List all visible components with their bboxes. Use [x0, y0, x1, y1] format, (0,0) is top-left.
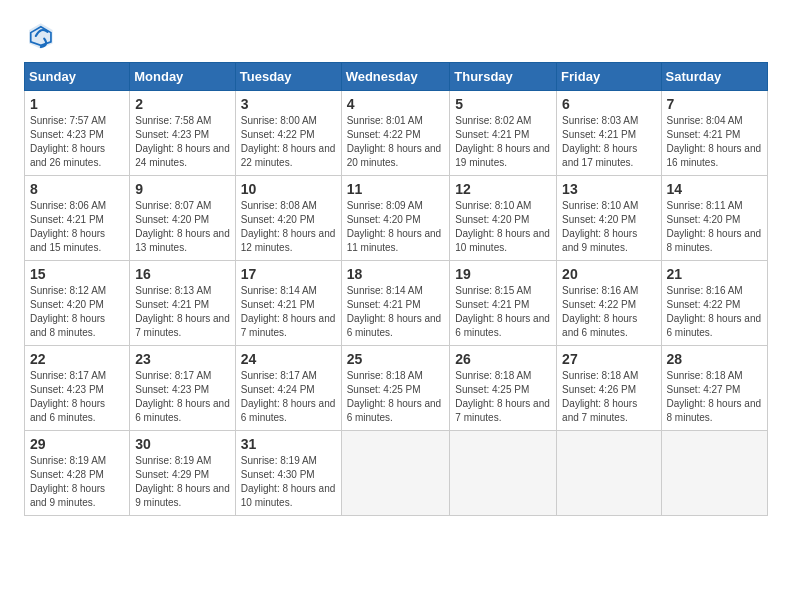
- calendar-cell: 10 Sunrise: 8:08 AMSunset: 4:20 PMDaylig…: [235, 176, 341, 261]
- calendar-week-5: 29 Sunrise: 8:19 AMSunset: 4:28 PMDaylig…: [25, 431, 768, 516]
- cell-info: Sunrise: 8:08 AMSunset: 4:20 PMDaylight:…: [241, 200, 336, 253]
- cell-day-number: 24: [241, 351, 336, 367]
- cell-info: Sunrise: 8:17 AMSunset: 4:23 PMDaylight:…: [30, 370, 106, 423]
- calendar-week-4: 22 Sunrise: 8:17 AMSunset: 4:23 PMDaylig…: [25, 346, 768, 431]
- calendar-cell: 3 Sunrise: 8:00 AMSunset: 4:22 PMDayligh…: [235, 91, 341, 176]
- calendar-week-1: 1 Sunrise: 7:57 AMSunset: 4:23 PMDayligh…: [25, 91, 768, 176]
- calendar-cell: [341, 431, 450, 516]
- cell-info: Sunrise: 8:09 AMSunset: 4:20 PMDaylight:…: [347, 200, 442, 253]
- cell-day-number: 1: [30, 96, 124, 112]
- cell-day-number: 22: [30, 351, 124, 367]
- cell-day-number: 16: [135, 266, 230, 282]
- calendar-cell: 7 Sunrise: 8:04 AMSunset: 4:21 PMDayligh…: [661, 91, 767, 176]
- cell-day-number: 21: [667, 266, 762, 282]
- cell-info: Sunrise: 8:02 AMSunset: 4:21 PMDaylight:…: [455, 115, 550, 168]
- cell-info: Sunrise: 8:19 AMSunset: 4:28 PMDaylight:…: [30, 455, 106, 508]
- calendar-cell: 17 Sunrise: 8:14 AMSunset: 4:21 PMDaylig…: [235, 261, 341, 346]
- cell-day-number: 9: [135, 181, 230, 197]
- day-header-thursday: Thursday: [450, 63, 557, 91]
- cell-info: Sunrise: 8:03 AMSunset: 4:21 PMDaylight:…: [562, 115, 638, 168]
- page: SundayMondayTuesdayWednesdayThursdayFrid…: [0, 0, 792, 536]
- cell-info: Sunrise: 7:57 AMSunset: 4:23 PMDaylight:…: [30, 115, 106, 168]
- day-header-friday: Friday: [557, 63, 661, 91]
- calendar-cell: 13 Sunrise: 8:10 AMSunset: 4:20 PMDaylig…: [557, 176, 661, 261]
- cell-info: Sunrise: 8:16 AMSunset: 4:22 PMDaylight:…: [667, 285, 762, 338]
- calendar-cell: 26 Sunrise: 8:18 AMSunset: 4:25 PMDaylig…: [450, 346, 557, 431]
- cell-info: Sunrise: 8:15 AMSunset: 4:21 PMDaylight:…: [455, 285, 550, 338]
- cell-info: Sunrise: 8:12 AMSunset: 4:20 PMDaylight:…: [30, 285, 106, 338]
- cell-info: Sunrise: 8:10 AMSunset: 4:20 PMDaylight:…: [562, 200, 638, 253]
- calendar-cell: 19 Sunrise: 8:15 AMSunset: 4:21 PMDaylig…: [450, 261, 557, 346]
- cell-day-number: 4: [347, 96, 445, 112]
- calendar-cell: [661, 431, 767, 516]
- cell-day-number: 25: [347, 351, 445, 367]
- day-header-tuesday: Tuesday: [235, 63, 341, 91]
- cell-day-number: 3: [241, 96, 336, 112]
- calendar-cell: 11 Sunrise: 8:09 AMSunset: 4:20 PMDaylig…: [341, 176, 450, 261]
- calendar-cell: 14 Sunrise: 8:11 AMSunset: 4:20 PMDaylig…: [661, 176, 767, 261]
- cell-day-number: 13: [562, 181, 655, 197]
- cell-info: Sunrise: 7:58 AMSunset: 4:23 PMDaylight:…: [135, 115, 230, 168]
- calendar-cell: 16 Sunrise: 8:13 AMSunset: 4:21 PMDaylig…: [130, 261, 236, 346]
- calendar-header-row: SundayMondayTuesdayWednesdayThursdayFrid…: [25, 63, 768, 91]
- calendar-cell: 29 Sunrise: 8:19 AMSunset: 4:28 PMDaylig…: [25, 431, 130, 516]
- day-header-sunday: Sunday: [25, 63, 130, 91]
- cell-info: Sunrise: 8:17 AMSunset: 4:23 PMDaylight:…: [135, 370, 230, 423]
- cell-info: Sunrise: 8:07 AMSunset: 4:20 PMDaylight:…: [135, 200, 230, 253]
- calendar-cell: 18 Sunrise: 8:14 AMSunset: 4:21 PMDaylig…: [341, 261, 450, 346]
- cell-day-number: 2: [135, 96, 230, 112]
- cell-info: Sunrise: 8:18 AMSunset: 4:25 PMDaylight:…: [347, 370, 442, 423]
- cell-info: Sunrise: 8:17 AMSunset: 4:24 PMDaylight:…: [241, 370, 336, 423]
- calendar-cell: 5 Sunrise: 8:02 AMSunset: 4:21 PMDayligh…: [450, 91, 557, 176]
- calendar-header: SundayMondayTuesdayWednesdayThursdayFrid…: [25, 63, 768, 91]
- cell-info: Sunrise: 8:19 AMSunset: 4:30 PMDaylight:…: [241, 455, 336, 508]
- cell-day-number: 7: [667, 96, 762, 112]
- calendar-cell: [557, 431, 661, 516]
- cell-day-number: 10: [241, 181, 336, 197]
- cell-day-number: 8: [30, 181, 124, 197]
- cell-day-number: 19: [455, 266, 551, 282]
- logo-icon: [24, 20, 56, 52]
- calendar-cell: 9 Sunrise: 8:07 AMSunset: 4:20 PMDayligh…: [130, 176, 236, 261]
- cell-day-number: 15: [30, 266, 124, 282]
- cell-info: Sunrise: 8:19 AMSunset: 4:29 PMDaylight:…: [135, 455, 230, 508]
- calendar-cell: 1 Sunrise: 7:57 AMSunset: 4:23 PMDayligh…: [25, 91, 130, 176]
- cell-info: Sunrise: 8:18 AMSunset: 4:26 PMDaylight:…: [562, 370, 638, 423]
- cell-info: Sunrise: 8:00 AMSunset: 4:22 PMDaylight:…: [241, 115, 336, 168]
- header: [24, 20, 768, 52]
- cell-info: Sunrise: 8:04 AMSunset: 4:21 PMDaylight:…: [667, 115, 762, 168]
- cell-day-number: 26: [455, 351, 551, 367]
- calendar-cell: 15 Sunrise: 8:12 AMSunset: 4:20 PMDaylig…: [25, 261, 130, 346]
- cell-info: Sunrise: 8:10 AMSunset: 4:20 PMDaylight:…: [455, 200, 550, 253]
- cell-day-number: 27: [562, 351, 655, 367]
- cell-day-number: 30: [135, 436, 230, 452]
- calendar-cell: 27 Sunrise: 8:18 AMSunset: 4:26 PMDaylig…: [557, 346, 661, 431]
- cell-info: Sunrise: 8:14 AMSunset: 4:21 PMDaylight:…: [241, 285, 336, 338]
- cell-info: Sunrise: 8:01 AMSunset: 4:22 PMDaylight:…: [347, 115, 442, 168]
- day-header-monday: Monday: [130, 63, 236, 91]
- calendar-week-3: 15 Sunrise: 8:12 AMSunset: 4:20 PMDaylig…: [25, 261, 768, 346]
- cell-info: Sunrise: 8:16 AMSunset: 4:22 PMDaylight:…: [562, 285, 638, 338]
- cell-day-number: 12: [455, 181, 551, 197]
- calendar-cell: 22 Sunrise: 8:17 AMSunset: 4:23 PMDaylig…: [25, 346, 130, 431]
- calendar-cell: 4 Sunrise: 8:01 AMSunset: 4:22 PMDayligh…: [341, 91, 450, 176]
- calendar-cell: 6 Sunrise: 8:03 AMSunset: 4:21 PMDayligh…: [557, 91, 661, 176]
- calendar-cell: 12 Sunrise: 8:10 AMSunset: 4:20 PMDaylig…: [450, 176, 557, 261]
- cell-info: Sunrise: 8:06 AMSunset: 4:21 PMDaylight:…: [30, 200, 106, 253]
- cell-day-number: 20: [562, 266, 655, 282]
- cell-info: Sunrise: 8:14 AMSunset: 4:21 PMDaylight:…: [347, 285, 442, 338]
- cell-day-number: 29: [30, 436, 124, 452]
- cell-day-number: 23: [135, 351, 230, 367]
- cell-day-number: 5: [455, 96, 551, 112]
- cell-day-number: 31: [241, 436, 336, 452]
- day-header-saturday: Saturday: [661, 63, 767, 91]
- calendar-cell: 24 Sunrise: 8:17 AMSunset: 4:24 PMDaylig…: [235, 346, 341, 431]
- cell-day-number: 18: [347, 266, 445, 282]
- cell-info: Sunrise: 8:18 AMSunset: 4:25 PMDaylight:…: [455, 370, 550, 423]
- day-header-wednesday: Wednesday: [341, 63, 450, 91]
- cell-info: Sunrise: 8:11 AMSunset: 4:20 PMDaylight:…: [667, 200, 762, 253]
- calendar-cell: 25 Sunrise: 8:18 AMSunset: 4:25 PMDaylig…: [341, 346, 450, 431]
- cell-info: Sunrise: 8:18 AMSunset: 4:27 PMDaylight:…: [667, 370, 762, 423]
- calendar-week-2: 8 Sunrise: 8:06 AMSunset: 4:21 PMDayligh…: [25, 176, 768, 261]
- calendar-cell: 2 Sunrise: 7:58 AMSunset: 4:23 PMDayligh…: [130, 91, 236, 176]
